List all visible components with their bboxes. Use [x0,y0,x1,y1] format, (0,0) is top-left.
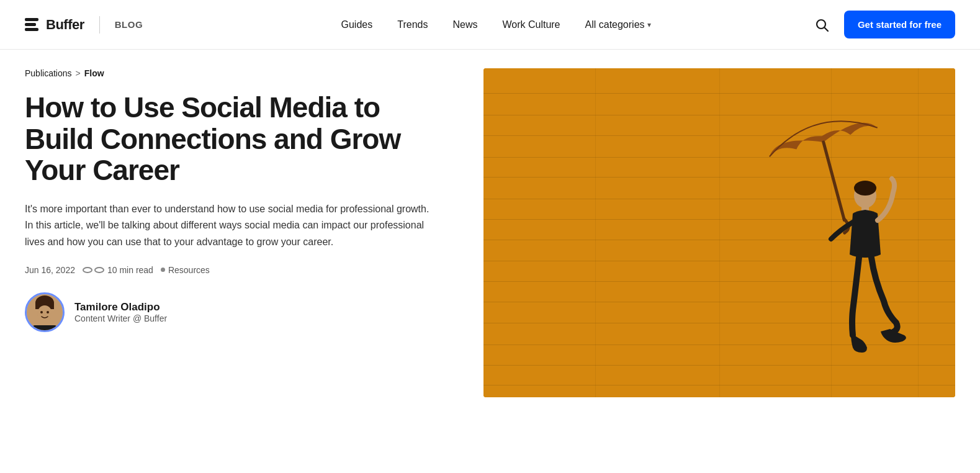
nav-all-categories[interactable]: All categories ▾ [585,19,651,30]
article-tag: Resources [161,265,210,275]
author-name: Tamilore Oladipo [74,301,167,313]
cta-button[interactable]: Get started for free [844,11,955,38]
breadcrumb-current: Flow [84,68,104,78]
svg-point-12 [854,181,876,196]
person-umbrella-illustration [732,87,930,397]
author-avatar [25,292,65,332]
hero-image [483,68,955,397]
article-read-time: 10 min read [83,265,153,275]
article-date: Jun 16, 2022 [25,265,75,275]
nav-trends[interactable]: Trends [397,19,428,30]
author-info: Tamilore Oladipo Content Writer @ Buffer [74,301,167,323]
breadcrumb-parent-link[interactable]: Publications [25,68,72,78]
header-right: Get started for free [812,11,955,38]
svg-line-1 [825,28,828,31]
site-header: Buffer BLOG Guides Trends News Work Cult… [0,0,980,50]
author-area: Tamilore Oladipo Content Writer @ Buffer [25,292,446,332]
breadcrumb: Publications > Flow [25,68,446,78]
svg-rect-9 [33,325,56,330]
logo-text: Buffer [46,17,84,33]
nav-news[interactable]: News [452,19,477,30]
article-excerpt: It's more important than ever to underst… [25,201,434,250]
svg-line-10 [824,142,845,220]
nav-work-culture[interactable]: Work Culture [502,19,560,30]
hero-image-panel [483,68,955,397]
article-meta: Jun 16, 2022 10 min read Resources [25,265,446,275]
blog-label: BLOG [115,19,143,30]
search-icon [814,17,829,32]
svg-point-5 [37,305,52,323]
main-content: Publications > Flow How to Use Social Me… [0,50,980,422]
author-role: Content Writer @ Buffer [74,313,167,323]
article-title: How to Use Social Media to Build Connect… [25,92,446,186]
nav-guides[interactable]: Guides [341,19,373,30]
author-avatar-image [27,294,63,330]
tag-dot-icon [161,268,165,272]
svg-point-0 [817,20,825,29]
search-button[interactable] [812,15,832,35]
chevron-down-icon: ▾ [647,20,651,29]
logo-area: Buffer BLOG [25,16,143,34]
buffer-logo-icon [25,18,38,31]
read-time-icon [83,267,104,273]
article-panel: Publications > Flow How to Use Social Me… [25,68,483,332]
breadcrumb-separator: > [76,68,81,78]
svg-point-6 [40,311,43,313]
header-divider [99,16,100,34]
main-nav: Guides Trends News Work Culture All cate… [180,19,812,30]
svg-point-7 [47,311,49,313]
